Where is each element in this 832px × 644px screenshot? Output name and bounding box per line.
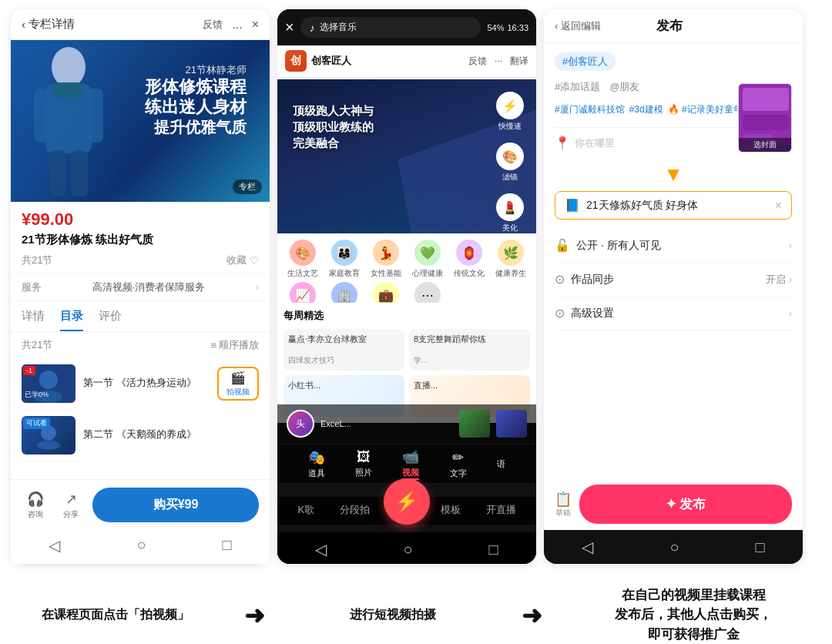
sync-option[interactable]: ⊙ 作品同步 开启 › <box>555 263 792 297</box>
sync-arrow: › <box>789 274 792 285</box>
weekly-title-3: 小红书... <box>288 380 400 391</box>
more-btn[interactable]: ... <box>232 18 242 32</box>
arrow2-icon: ➜ <box>522 602 542 629</box>
share-icon: ↗ <box>65 491 77 508</box>
lock-icon: 🔓 <box>555 238 570 253</box>
list-header: 共21节 ≡ 顺序播放 <box>11 332 270 358</box>
order-btn[interactable]: ≡ 顺序播放 <box>210 338 259 352</box>
tab-detail[interactable]: 详情 <box>22 309 45 331</box>
user-file-name: ExceL... <box>320 419 453 428</box>
hero-line2: 顶级职业教练的 <box>293 119 475 135</box>
sync-value: 开启 <box>766 273 786 287</box>
course-tabs: 详情 目录 评价 <box>11 301 270 332</box>
listen-action[interactable]: 🎧 咨询 <box>22 491 49 520</box>
input-value: 21天修炼好气质 好身体 <box>586 199 769 213</box>
course-meta: 共21节 收藏 ♡ <box>11 252 270 273</box>
nav2-square-icon[interactable]: □ <box>488 541 498 558</box>
props-label: 道具 <box>308 468 325 479</box>
file-thumb-2 <box>496 410 527 438</box>
nav-back-icon[interactable]: ◁ <box>49 536 60 555</box>
nav-square-icon[interactable]: □ <box>222 536 231 555</box>
panel1-actions: 🎧 咨询 ↗ 分享 购买¥99 <box>11 480 270 530</box>
panel3-title: 发布 <box>656 17 683 35</box>
app-logo: 创 创客匠人 <box>285 50 351 72</box>
music-text: 选择音乐 <box>320 21 357 34</box>
tab-karaoke[interactable]: K歌 <box>297 503 314 518</box>
step2-text: 进行短视频拍摄 <box>350 608 436 621</box>
panel2-close-btn[interactable]: × <box>285 18 294 36</box>
speed-tool[interactable]: ⚡ 快慢速 <box>496 92 524 132</box>
tag-3d[interactable]: #3d建模 <box>629 102 663 118</box>
orange-arrow-indicator: ▼ <box>555 163 792 186</box>
tab-live[interactable]: 开直播 <box>486 503 516 518</box>
media-props[interactable]: 🎭 道具 <box>308 449 325 479</box>
video-thumbnail[interactable]: 选封面 <box>738 83 792 153</box>
hashtag-primary[interactable]: #创客匠人 <box>555 52 616 71</box>
collect-label: 收藏 <box>226 253 247 267</box>
buy-button[interactable]: 购买¥99 <box>92 488 259 522</box>
lesson-name-1: 第一节 《活力热身运动》 <box>83 376 210 390</box>
weekly-item-1[interactable]: 赢点·李亦立台球教室 四球发才技巧 <box>283 329 404 371</box>
translate-btn[interactable]: 翻译 <box>510 55 528 68</box>
media-other[interactable]: 语 <box>497 458 505 470</box>
video-record-btn[interactable]: 🎬 拍视频 <box>217 367 259 401</box>
filter-tool[interactable]: 🎨 滤镜 <box>496 143 524 183</box>
privacy-option[interactable]: 🔓 公开 · 所有人可见 › <box>555 229 792 263</box>
cat-life[interactable]: 🎨 生活文艺 <box>283 240 322 279</box>
draft-action[interactable]: 📋 草稿 <box>555 491 572 518</box>
sync-icon: ⊙ <box>555 272 565 287</box>
panel1-back-btn[interactable]: ‹ 专栏详情 <box>22 17 75 32</box>
clear-input-btn[interactable]: × <box>775 199 782 213</box>
panel1-course-detail: ‹ 专栏详情 反馈 ... × <box>11 9 270 564</box>
nav3-square-icon[interactable]: □ <box>755 538 764 556</box>
service-row[interactable]: 服务 高清视频·消费者保障服务 › <box>11 273 270 301</box>
weekly-item-2[interactable]: 8支完整舞蹈帮你练 学... <box>409 329 530 371</box>
order-label: 顺序播放 <box>219 338 259 352</box>
collect-btn[interactable]: 收藏 ♡ <box>226 253 259 267</box>
tag-memory[interactable]: 🔥 #记录美好童年 <box>668 102 743 118</box>
nav-home-icon[interactable]: ○ <box>136 536 146 555</box>
tab-template[interactable]: 模板 <box>441 503 461 518</box>
svg-rect-3 <box>88 89 103 143</box>
add-topic-btn[interactable]: #添加话题 <box>555 80 600 94</box>
sync-label: 作品同步 <box>571 273 614 287</box>
nav2-home-icon[interactable]: ○ <box>403 541 412 558</box>
service-arrow: › <box>256 282 259 293</box>
back-icon: ‹ <box>22 18 25 31</box>
share-action[interactable]: ↗ 分享 <box>57 491 85 520</box>
panel3-back-btn[interactable]: ‹ 返回编辑 <box>555 19 601 33</box>
tag-xiamen[interactable]: #厦门诚毅科技馆 <box>555 102 625 118</box>
media-text[interactable]: ✏ 文字 <box>450 449 467 479</box>
nav3-back-icon[interactable]: ◁ <box>582 538 593 556</box>
feedback-btn[interactable]: 反馈 <box>203 18 223 32</box>
lesson-item-2: 可试看 第二节 《天鹅颈的养成》 <box>11 410 270 461</box>
media-video[interactable]: 📹 视频 <box>402 448 419 480</box>
cat-mental[interactable]: 💚 心理健康 <box>408 240 447 279</box>
props-icon: 🎭 <box>308 449 325 466</box>
course-title: 21节形体修炼 练出好气质 <box>11 233 270 252</box>
cat-health[interactable]: 🌿 健康养生 <box>491 240 530 279</box>
cat-women-label: 女性基能 <box>371 268 401 279</box>
beauty-tool[interactable]: 💄 美化 <box>496 193 524 233</box>
feedback-inner-btn[interactable]: 反馈 <box>468 55 487 68</box>
media-photo[interactable]: 🖼 照片 <box>355 449 372 478</box>
location-icon: 📍 <box>555 136 570 150</box>
cat-family[interactable]: 👨‍👩‍👧 家庭教育 <box>325 240 364 279</box>
nav3-home-icon[interactable]: ○ <box>669 538 679 556</box>
svg-point-11 <box>37 441 60 450</box>
publish-button[interactable]: ✦ 发布 <box>579 485 792 524</box>
nav2-back-icon[interactable]: ◁ <box>315 540 327 558</box>
tab-catalog[interactable]: 目录 <box>60 309 83 331</box>
tab-review[interactable]: 评价 <box>99 309 122 331</box>
record-button[interactable]: ⚡ <box>384 478 430 525</box>
video-icon: 🎬 <box>230 371 246 385</box>
music-selector[interactable]: ♪ 选择音乐 <box>300 17 481 38</box>
order-icon: ≡ <box>210 340 216 351</box>
advanced-option[interactable]: ⊙ 高级设置 › <box>555 297 792 330</box>
cat-women[interactable]: 💃 女性基能 <box>367 240 405 279</box>
tab-segment[interactable]: 分段拍 <box>340 503 370 518</box>
mention-btn[interactable]: @朋友 <box>609 80 639 94</box>
cat-culture[interactable]: 🏮 传统文化 <box>450 240 488 279</box>
close-icon[interactable]: × <box>252 18 259 32</box>
course-link-input[interactable]: 📘 21天修炼好气质 好身体 × <box>555 191 792 220</box>
